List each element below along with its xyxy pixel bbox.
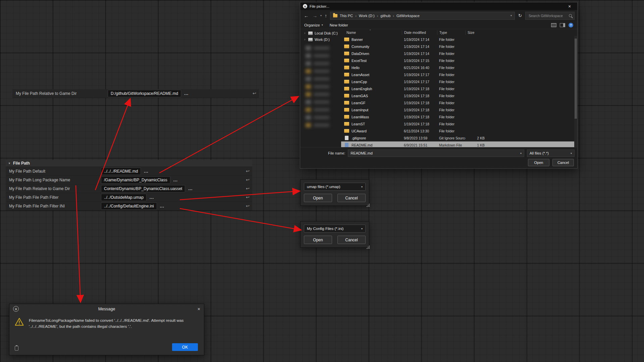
sidebar-item-work-d[interactable]: › Work (D:) <box>300 36 341 43</box>
file-type-combo[interactable]: All files (*.*) ▾ <box>527 149 575 157</box>
browse-ellipsis-button[interactable]: ... <box>150 195 154 200</box>
path-text-field[interactable]: Content/Dynamic/BP_DynamicClass.uasset <box>101 185 185 192</box>
folder-icon <box>344 45 349 48</box>
file-type-value: All files (*.*) <box>530 151 549 155</box>
file-row[interactable]: LearnAsset 1/19/2024 17:17 File folder <box>341 71 577 78</box>
change-view-icon[interactable] <box>551 23 556 27</box>
file-row[interactable]: Community 1/19/2024 17:14 File folder <box>341 43 577 50</box>
file-row[interactable]: LearnGF 1/19/2024 17:18 File folder <box>341 99 577 106</box>
resize-grip[interactable] <box>366 203 370 207</box>
breadcrumb[interactable]: This PC › Work (D:) › github › GitWorksp… <box>330 12 515 20</box>
preview-pane-icon[interactable] <box>560 23 565 27</box>
file-name-combo[interactable]: README.md ▾ <box>348 149 524 157</box>
back-icon[interactable]: ← <box>303 13 310 18</box>
file-type: File folder <box>437 94 465 98</box>
up-icon[interactable]: ↑ <box>324 13 328 18</box>
path-text-field[interactable]: ../../OutsideMap.umap <box>101 194 147 201</box>
column-header-date-modified[interactable]: Date modified <box>402 30 437 35</box>
file-row[interactable]: LearnGAS 1/19/2024 17:18 File folder <box>341 92 577 99</box>
tree-chevron-icon[interactable]: › <box>304 38 306 41</box>
path-text-field[interactable]: D:/github/GitWorkspace/README.md <box>108 90 181 97</box>
reset-to-default-icon[interactable]: ↩ <box>246 169 250 174</box>
file-row[interactable]: UCAward 6/11/2024 13:30 File folder <box>341 127 577 134</box>
search-input[interactable] <box>528 13 567 18</box>
file-name: ExcelTest <box>352 59 367 63</box>
title-bar[interactable]: u File picker... × <box>300 2 577 10</box>
file-rows: Banner 1/19/2024 17:14 File folder Commu… <box>341 36 577 147</box>
file-path-section-header[interactable]: ▼ File Path <box>6 160 252 167</box>
organize-button[interactable]: Organize ▾ <box>304 23 323 27</box>
file-row[interactable]: DataDriven 1/19/2024 17:14 File folder <box>341 50 577 57</box>
file-row-selected[interactable]: README.md 6/9/2021 15:51 Markdown File 1… <box>341 141 577 147</box>
file-row[interactable]: LearnST 1/19/2024 17:18 File folder <box>341 120 577 127</box>
reset-to-default-icon[interactable]: ↩ <box>246 203 250 208</box>
file-row[interactable]: LearnCpp 1/19/2024 17:17 File folder <box>341 78 577 85</box>
property-label: My File Path Long Package Name <box>6 178 101 182</box>
property-label: My File Path Default <box>6 169 101 174</box>
file-row[interactable]: LearnEnglish 1/19/2024 17:18 File folder <box>341 85 577 92</box>
column-header-size[interactable]: Size <box>465 30 490 35</box>
help-icon[interactable]: ? <box>569 23 573 27</box>
file-name: Hello <box>352 66 360 70</box>
section-title: File Path <box>13 161 30 166</box>
file-type-filter-select[interactable]: umap files (*.umap) ▾ <box>304 183 366 191</box>
cancel-button[interactable]: Cancel <box>552 159 574 166</box>
address-dropdown-icon[interactable]: ▾ <box>511 14 512 17</box>
path-text-field[interactable]: ../../../README.md <box>101 168 141 175</box>
tree-chevron-icon[interactable]: › <box>304 31 306 35</box>
file-type: File folder <box>437 108 465 112</box>
cancel-button[interactable]: Cancel <box>337 236 366 244</box>
resize-grip[interactable] <box>366 245 370 249</box>
sidebar-item-local-disk-c[interactable]: › Local Disk (C:) <box>300 30 341 36</box>
close-icon[interactable]: × <box>198 306 200 312</box>
file-row[interactable]: LearnInput 1/19/2024 17:18 File folder <box>341 106 577 113</box>
file-row[interactable]: Banner 1/19/2024 17:14 File folder <box>341 36 577 43</box>
open-button[interactable]: Open <box>528 159 549 166</box>
browse-ellipsis-button[interactable]: ... <box>160 204 164 208</box>
picker-body: › Local Disk (C:) › Work (D:) <box>300 29 577 147</box>
open-button[interactable]: Open <box>304 236 332 244</box>
scrollbar-thumb[interactable] <box>575 39 577 119</box>
path-text-field[interactable]: ../../Config/DefaultEngine.ini <box>101 202 157 210</box>
new-folder-button[interactable]: New folder <box>330 23 348 27</box>
refresh-icon[interactable]: ↻ <box>517 13 523 18</box>
breadcrumb-gitworkspace[interactable]: GitWorkspace <box>396 14 420 18</box>
file-date: 1/19/2024 17:17 <box>402 80 437 84</box>
file-name-label: File name: <box>328 151 345 155</box>
cancel-button[interactable]: Cancel <box>337 194 366 202</box>
breadcrumb-github[interactable]: github <box>380 14 390 18</box>
browse-ellipsis-button[interactable]: ... <box>173 178 178 182</box>
dialog-title: Message <box>9 307 204 311</box>
copy-to-clipboard-icon[interactable] <box>15 346 18 351</box>
file-row[interactable]: ExcelTest 1/19/2024 17:15 File folder <box>341 57 577 64</box>
ok-button[interactable]: OK <box>172 343 198 351</box>
file-name: LearnInput <box>352 108 368 112</box>
file-date: 6/11/2024 13:30 <box>402 129 437 133</box>
reset-to-default-icon[interactable]: ↩ <box>246 186 250 191</box>
property-row-long-package-name: My File Path Long Package Name /Game/Dyn… <box>6 176 252 184</box>
history-dropdown-icon[interactable]: ▾ <box>320 14 322 17</box>
toolbar-right-icons: ? <box>551 23 573 27</box>
breadcrumb-this-pc[interactable]: This PC <box>340 14 353 18</box>
reset-to-default-icon[interactable]: ↩ <box>253 91 256 96</box>
file-name: LearnGAS <box>352 94 368 98</box>
close-icon[interactable]: × <box>565 4 575 9</box>
browse-ellipsis-button[interactable]: ... <box>144 169 148 174</box>
vertical-scrollbar[interactable] <box>574 36 577 147</box>
browse-ellipsis-button[interactable]: ... <box>184 91 189 96</box>
reset-to-default-icon[interactable]: ↩ <box>246 195 250 200</box>
open-button[interactable]: Open <box>304 194 332 202</box>
file-row[interactable]: LearnMass 1/19/2024 17:18 File folder <box>341 113 577 120</box>
path-text-field[interactable]: /Game/Dynamic/BP_DynamicClass <box>101 176 170 184</box>
message-title-bar[interactable]: u Message × <box>9 304 204 314</box>
breadcrumb-work-d[interactable]: Work (D:) <box>359 14 375 18</box>
column-header-type[interactable]: Type <box>437 30 465 35</box>
file-row[interactable]: .gitignore 9/8/2023 13:59 Git Ignore Sou… <box>341 134 577 141</box>
browse-ellipsis-button[interactable]: ... <box>188 186 193 191</box>
file-type-filter-select[interactable]: My Config Files (*.ini) ▾ <box>304 225 366 233</box>
file-name: LearnGF <box>352 101 365 105</box>
forward-icon[interactable]: → <box>312 13 318 18</box>
column-header-name[interactable]: ˆ Name <box>341 31 402 35</box>
reset-to-default-icon[interactable]: ↩ <box>246 177 250 182</box>
file-row[interactable]: Hello 6/21/2024 16:40 File folder <box>341 64 577 71</box>
